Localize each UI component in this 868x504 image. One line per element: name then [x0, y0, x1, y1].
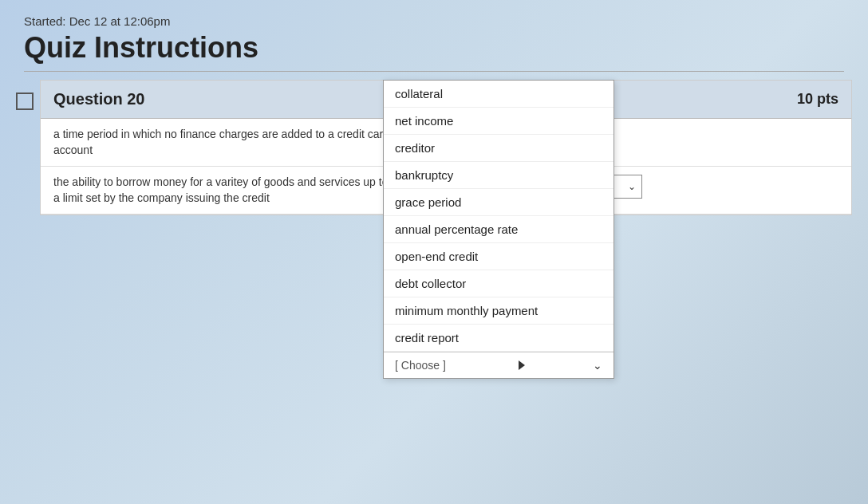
row-1-definition: a time period in which no finance charge… [53, 128, 389, 156]
question-checkbox-area [16, 80, 40, 215]
dropdown-item-collateral[interactable]: collateral [384, 81, 614, 108]
dropdown-open: collateral net income creditor bankruptc… [383, 80, 614, 379]
dropdown-item-creditor[interactable]: creditor [384, 135, 614, 162]
quiz-title: Quiz Instructions [24, 31, 844, 65]
started-text: Started: Dec 12 at 12:06pm [24, 14, 844, 28]
dropdown-item-grace-period[interactable]: grace period [384, 189, 614, 216]
dropdown-item-debt-collector[interactable]: debt collector [384, 270, 614, 297]
choose-label: [ Choose ] [395, 359, 446, 372]
dropdown-item-minimum-monthly-payment[interactable]: minimum monthly payment [384, 297, 614, 325]
main-content: Question 20 10 pts a time period in whic… [0, 80, 868, 504]
cursor-icon [519, 360, 525, 370]
dropdown-item-credit-report[interactable]: credit report [384, 325, 614, 352]
question-points: 10 pts [797, 91, 838, 108]
dropdown-choose-row: [ Choose ] ⌄ [384, 352, 614, 378]
header-divider [24, 71, 844, 72]
header-area: Started: Dec 12 at 12:06pm Quiz Instruct… [0, 0, 868, 80]
question-number: Question 20 [53, 90, 144, 108]
dropdown-item-open-end-credit[interactable]: open-end credit [384, 243, 614, 270]
dropdown-item-net-income[interactable]: net income [384, 108, 614, 135]
row-2-definition: the ability to borrow money for a varite… [53, 175, 388, 204]
dropdown-item-annual-percentage-rate[interactable]: annual percentage rate [384, 216, 614, 243]
chevron-down-icon: ⌄ [593, 359, 602, 372]
page-container: Started: Dec 12 at 12:06pm Quiz Instruct… [0, 0, 868, 504]
question-checkbox[interactable] [16, 93, 34, 110]
dropdown-item-bankruptcy[interactable]: bankruptcy [384, 162, 614, 189]
